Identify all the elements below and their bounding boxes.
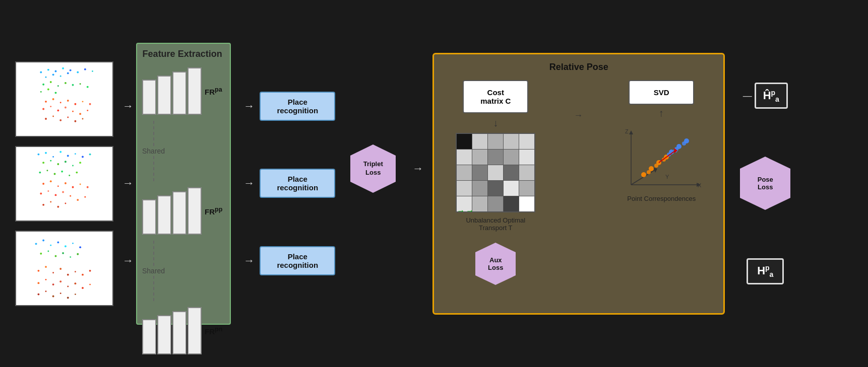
svg-point-113 <box>45 290 47 292</box>
svg-point-59 <box>46 170 48 171</box>
scatter-plot: X Z Y <box>621 124 702 195</box>
svg-point-104 <box>37 282 39 284</box>
svg-point-65 <box>50 180 52 182</box>
svg-point-27 <box>74 103 76 105</box>
svg-text:Y: Y <box>665 174 669 180</box>
arrow-svd-up: ↓ <box>659 109 664 120</box>
input-arrows: → → → <box>122 68 134 300</box>
svg-point-116 <box>67 297 69 299</box>
svg-point-93 <box>62 252 64 254</box>
relative-pose-title: Relative Pose <box>442 62 716 72</box>
svg-point-25 <box>60 102 61 103</box>
svg-point-68 <box>72 186 74 188</box>
rp-right-col: SVD ↓ X Z Y <box>621 80 702 202</box>
arrow-pr-mid: → <box>243 177 255 190</box>
svg-point-87 <box>65 245 67 247</box>
h-hat-output: — Ĥpa <box>743 83 788 109</box>
svg-point-111 <box>89 283 91 285</box>
scatter-wrapper: X Z Y <box>621 124 702 202</box>
h-output: Hpa <box>747 258 784 284</box>
svg-point-18 <box>80 83 81 85</box>
svg-point-7 <box>84 68 86 70</box>
svg-point-34 <box>72 110 74 112</box>
svg-point-96 <box>37 269 39 271</box>
place-rec-mid: Place recognition <box>260 169 335 198</box>
svg-point-38 <box>52 115 54 117</box>
svg-point-29 <box>89 103 91 105</box>
svg-point-99 <box>59 268 61 270</box>
fr-label-negative: FRpn <box>205 326 222 336</box>
svg-point-17 <box>72 84 74 86</box>
point-cloud-positive <box>15 146 113 222</box>
svg-point-63 <box>76 171 78 173</box>
svg-point-102 <box>82 273 84 275</box>
rp-horizontal-arrow: → <box>574 110 583 121</box>
svg-point-44 <box>37 153 39 155</box>
point-cloud-negative <box>15 231 113 306</box>
transport-matrix-wrapper: → → Unbalanced Optimal Transport T <box>456 133 535 232</box>
svg-text:Z: Z <box>625 128 629 134</box>
relative-pose-box: Relative Pose Costmatrix C ↓ <box>432 53 725 315</box>
svg-point-97 <box>45 266 47 268</box>
svg-point-127 <box>641 172 646 177</box>
svg-point-6 <box>77 71 79 73</box>
svg-point-8 <box>92 70 93 72</box>
nn-block-negative <box>142 307 202 354</box>
svg-point-13 <box>42 83 44 85</box>
svg-point-77 <box>84 196 86 197</box>
svg-point-2 <box>47 68 49 70</box>
place-rec-top: Place recognition <box>260 92 335 121</box>
diagram-container: → → → Feature Extraction FRpa <box>0 0 868 367</box>
arrow-pr-top: → <box>243 100 255 113</box>
svd-box: SVD <box>629 80 694 105</box>
svg-point-55 <box>65 161 67 163</box>
svg-point-92 <box>55 255 57 257</box>
fe-row-negative: FRpn <box>142 307 222 354</box>
svg-point-117 <box>75 293 76 295</box>
svg-point-86 <box>57 241 59 243</box>
arrow-to-fe-top: → <box>122 100 134 113</box>
svg-point-89 <box>79 246 81 248</box>
svg-point-39 <box>59 119 61 121</box>
svg-point-9 <box>45 76 47 78</box>
svg-point-60 <box>54 173 56 175</box>
svg-point-50 <box>82 156 84 158</box>
svg-point-61 <box>61 170 63 172</box>
aux-loss-hexagon: AuxLoss <box>475 252 516 275</box>
svg-point-71 <box>40 192 42 194</box>
svg-point-10 <box>52 74 54 76</box>
pr-row-top: → Place recognition <box>243 92 335 121</box>
svg-point-98 <box>52 272 54 273</box>
svg-point-78 <box>42 203 44 205</box>
svg-point-107 <box>59 280 61 282</box>
svg-point-36 <box>87 109 88 111</box>
svg-point-75 <box>70 195 71 196</box>
svg-point-101 <box>75 271 76 272</box>
svg-point-31 <box>50 106 51 107</box>
svg-point-131 <box>647 170 651 174</box>
svg-point-62 <box>69 174 70 176</box>
pose-loss-container: PoseLoss <box>740 169 790 198</box>
fe-row-anchor: FRpa <box>142 67 222 115</box>
svg-point-81 <box>65 202 66 204</box>
svg-point-132 <box>654 164 658 168</box>
svg-point-4 <box>62 67 64 69</box>
svg-point-114 <box>52 295 54 297</box>
fr-label-anchor: FRpa <box>205 86 222 96</box>
arrow-to-hhat: — <box>743 91 752 101</box>
svg-point-84 <box>42 239 44 241</box>
svg-point-90 <box>40 252 42 254</box>
fe-row-positive: FRpp <box>142 187 222 235</box>
svg-point-30 <box>42 108 44 110</box>
svg-point-48 <box>67 155 69 157</box>
nn-block-positive <box>142 187 202 235</box>
svg-point-26 <box>67 99 69 101</box>
h-hat-box: Ĥpa <box>755 83 788 109</box>
point-clouds-section <box>15 61 113 306</box>
svg-rect-43 <box>17 147 112 221</box>
svg-point-88 <box>72 242 74 244</box>
arrow-cost-to-transport: ↓ <box>493 117 498 129</box>
svg-point-51 <box>89 153 91 155</box>
svg-point-24 <box>52 98 54 100</box>
svg-point-15 <box>57 85 59 87</box>
